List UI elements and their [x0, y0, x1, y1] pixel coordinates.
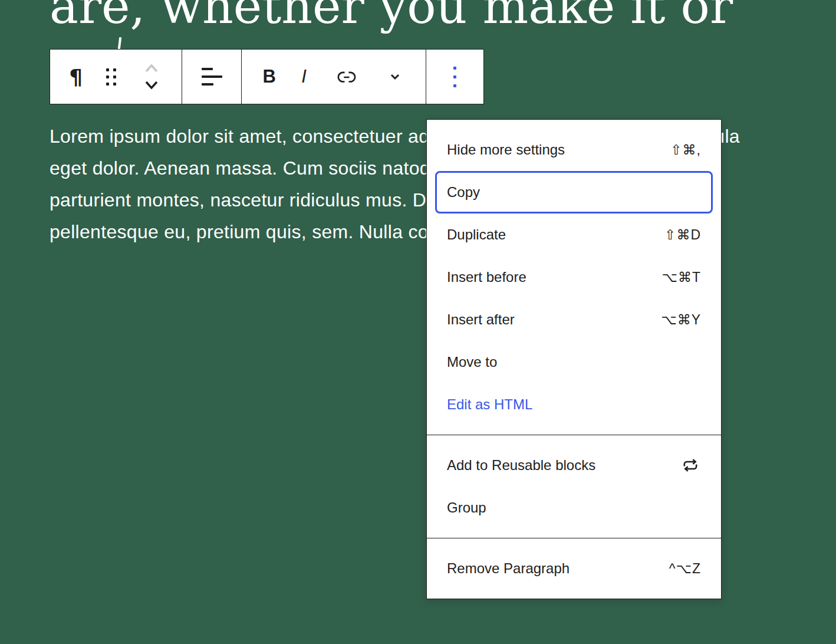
editor-canvas: are, whether you make it or ¶ [0, 0, 836, 644]
drag-handle-button[interactable] [101, 50, 121, 104]
menu-section: Hide more settings⇧⌘,CopyDuplicate⇧⌘DIns… [427, 120, 721, 435]
drag-handle-icon [106, 68, 116, 86]
link-icon [334, 64, 359, 89]
menu-item-edit-as-html[interactable]: Edit as HTML [427, 383, 721, 426]
menu-item-label: Copy [447, 184, 480, 201]
bold-button[interactable]: B [258, 50, 280, 104]
toolbar-group-formatting: B I [242, 50, 426, 104]
menu-item-add-to-reusable-blocks[interactable]: Add to Reusable blocks [427, 444, 721, 487]
menu-item-label: Group [447, 500, 486, 516]
toolbar-group-align [182, 50, 242, 104]
menu-item-copy[interactable]: Copy [435, 171, 713, 213]
menu-item-label: Add to Reusable blocks [447, 457, 595, 474]
menu-section: Remove Paragraph^⌥Z [427, 538, 721, 599]
menu-item-label: Insert after [447, 311, 515, 328]
menu-item-shortcut: ⌥⌘Y [661, 312, 701, 328]
menu-item-label: Move to [447, 354, 497, 370]
move-down-icon [140, 77, 163, 93]
menu-item-label: Insert before [447, 269, 526, 285]
block-toolbar: ¶ B [50, 49, 484, 104]
menu-item-insert-after[interactable]: Insert after⌥⌘Y [427, 298, 721, 341]
menu-item-label: Hide more settings [447, 142, 565, 158]
menu-item-insert-before[interactable]: Insert before⌥⌘T [427, 256, 721, 298]
menu-item-shortcut: ⇧⌘D [664, 227, 701, 243]
options-ellipsis-icon [453, 67, 456, 87]
menu-item-remove-paragraph[interactable]: Remove Paragraph^⌥Z [427, 547, 721, 590]
menu-item-label: Duplicate [447, 226, 506, 243]
menu-section: Add to Reusable blocks Group [427, 435, 721, 538]
menu-item-shortcut: ⌥⌘T [661, 270, 701, 285]
reusable-block-icon [680, 455, 701, 476]
heading-second-line-fragment [118, 37, 122, 50]
link-button[interactable] [330, 50, 364, 104]
chevron-down-icon [385, 67, 405, 87]
menu-item-hide-more-settings[interactable]: Hide more settings⇧⌘, [427, 129, 721, 171]
more-formatting-button[interactable] [380, 50, 410, 104]
menu-item-group[interactable]: Group [427, 487, 721, 529]
italic-button[interactable]: I [297, 50, 314, 104]
move-up-icon [140, 60, 163, 77]
menu-item-shortcut: ^⌥Z [669, 561, 701, 577]
italic-icon: I [301, 66, 309, 87]
paragraph-pilcrow-icon: ¶ [69, 65, 83, 89]
block-mover-button[interactable] [136, 50, 167, 104]
align-text-left-icon [202, 68, 222, 86]
menu-item-shortcut: ⇧⌘, [670, 142, 701, 158]
heading-text[interactable]: are, whether you make it or [50, 0, 733, 31]
options-dropdown-menu: Hide more settings⇧⌘,CopyDuplicate⇧⌘DIns… [426, 119, 722, 599]
options-button[interactable] [449, 50, 461, 104]
block-type-button[interactable]: ¶ [64, 50, 87, 104]
menu-item-move-to[interactable]: Move to [427, 341, 721, 383]
align-button[interactable] [197, 50, 227, 104]
toolbar-group-block-tools: ¶ [50, 50, 182, 104]
menu-item-label: Edit as HTML [447, 396, 532, 413]
toolbar-group-options [426, 50, 483, 104]
menu-item-label: Remove Paragraph [447, 560, 570, 577]
bold-icon: B [262, 66, 275, 87]
menu-item-duplicate[interactable]: Duplicate⇧⌘D [427, 213, 721, 256]
